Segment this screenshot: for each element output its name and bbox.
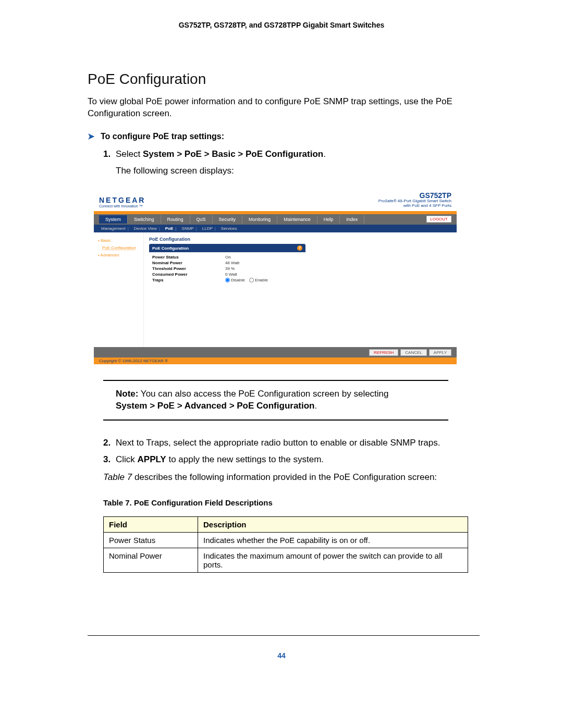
info-icon[interactable]: ? xyxy=(297,245,302,251)
step-number: 3. xyxy=(103,453,111,466)
row-nominal-power: Nominal Power 46 Watt xyxy=(149,260,305,266)
cancel-button[interactable]: CANCEL xyxy=(400,349,426,356)
screenshot-copyright: Copyright © 1996-2012 NETGEAR ® xyxy=(94,357,457,364)
traps-value: Disable Enable xyxy=(225,278,271,283)
refresh-button[interactable]: REFRESH xyxy=(369,349,398,356)
brand-tagline: Connect with Innovation ™ xyxy=(99,204,145,208)
nominal-power-value: 46 Watt xyxy=(225,261,239,265)
row-threshold-power: Threshold Power 39 % xyxy=(149,266,305,272)
step-2: 2. Next to Traps, select the appropriate… xyxy=(103,436,480,450)
traps-enable-radio[interactable]: Enable xyxy=(249,278,268,282)
row-traps: Traps Disable Enable xyxy=(149,277,305,284)
power-status-value: On xyxy=(225,255,231,260)
tab-routing[interactable]: Routing xyxy=(161,215,190,224)
th-field: Field xyxy=(104,516,198,532)
table-ref-rest: describes the following information prov… xyxy=(132,472,437,482)
step-text-bold: APPLY xyxy=(138,454,166,464)
logout-button[interactable]: LOGOUT xyxy=(426,216,451,223)
radio-disable[interactable] xyxy=(225,278,230,282)
procedure-heading-text: To configure PoE trap settings: xyxy=(101,132,224,141)
step-text-bold: System > PoE > Basic > PoE Configuration xyxy=(143,149,323,159)
intro-paragraph: To view global PoE power information and… xyxy=(88,96,480,120)
sidebar-item-advanced[interactable]: • Advanced xyxy=(94,251,143,259)
subtab-snmp[interactable]: SNMP xyxy=(180,226,199,231)
threshold-power-value: 39 % xyxy=(225,266,235,271)
subtab-services[interactable]: Services xyxy=(219,226,239,231)
table-header-row: Field Description xyxy=(104,516,468,532)
poe-config-panel: PoE Configuration ? Power Status On Nomi… xyxy=(149,244,305,286)
step-text-prefix: Click xyxy=(116,454,138,464)
table-caption: Table 7. PoE Configuration Field Descrip… xyxy=(103,498,480,507)
subtab-device-view[interactable]: Device View xyxy=(132,226,162,231)
model-number: GS752TP xyxy=(378,192,451,200)
td-description: Indicates the maximum amount of power th… xyxy=(198,548,468,572)
sidebar-item-poe-config[interactable]: PoE Configuration xyxy=(94,244,143,251)
note-rule-bottom xyxy=(103,419,448,421)
nominal-power-label: Nominal Power xyxy=(152,261,225,265)
note-line1: You can also access the PoE Configuratio… xyxy=(138,389,388,399)
screenshot-header: NETGEAR Connect with Innovation ™ GS752T… xyxy=(94,188,457,211)
main-tabs: System Switching Routing QoS Security Mo… xyxy=(94,214,457,225)
th-description: Description xyxy=(198,516,468,532)
consumed-power-label: Consumed Power xyxy=(152,272,225,277)
note-line2-suffix: . xyxy=(315,401,317,411)
field-description-table: Field Description Power Status Indicates… xyxy=(103,516,468,573)
note-prefix: Note: xyxy=(116,389,138,399)
step-3: 3. Click APPLY to apply the new settings… xyxy=(103,453,480,466)
tab-monitoring[interactable]: Monitoring xyxy=(242,215,277,224)
tab-qos[interactable]: QoS xyxy=(190,215,213,224)
sidebar: • Basic PoE Configuration • Advanced xyxy=(94,232,144,347)
apply-button[interactable]: APPLY xyxy=(429,349,451,356)
tab-security[interactable]: Security xyxy=(213,215,243,224)
traps-disable-radio[interactable]: Disable xyxy=(225,278,245,282)
arrow-icon: ➤ xyxy=(88,131,94,141)
subtab-lldp[interactable]: LLDP xyxy=(200,226,218,231)
table-row: Power Status Indicates whether the PoE c… xyxy=(104,532,468,548)
screenshot-body: • Basic PoE Configuration • Advanced PoE… xyxy=(94,232,457,347)
sidebar-item-basic[interactable]: • Basic xyxy=(94,237,143,244)
tab-switching[interactable]: Switching xyxy=(128,215,161,224)
model-line2: with PoE and 4 SFP Ports xyxy=(378,204,451,208)
screenshot: NETGEAR Connect with Innovation ™ GS752T… xyxy=(94,188,457,364)
sidebar-advanced-label: Advanced xyxy=(101,253,119,257)
screenshot-footer-bar: REFRESH CANCEL APPLY xyxy=(94,347,457,357)
traps-label: Traps xyxy=(152,278,225,283)
table-reference: Table 7 describes the following informat… xyxy=(103,472,480,483)
main-panel-area: PoE Configuration PoE Configuration ? Po… xyxy=(144,232,457,347)
model-info: GS752TP ProSafe® 48-Port Gigabit Smart S… xyxy=(378,192,451,208)
step-text-suffix: . xyxy=(323,149,326,159)
sidebar-basic-label: Basic xyxy=(101,238,111,243)
sub-tabs: Management Device View PoE SNMP LLDP Ser… xyxy=(94,225,457,232)
td-description: Indicates whether the PoE capability is … xyxy=(198,532,468,548)
enable-label: Enable xyxy=(255,278,268,282)
netgear-logo: NETGEAR xyxy=(99,196,145,204)
content-area: PoE Configuration To view global PoE pow… xyxy=(0,71,563,573)
radio-enable[interactable] xyxy=(249,278,254,282)
tab-help[interactable]: Help xyxy=(317,215,340,224)
steps-list: 1. Select System > PoE > Basic > PoE Con… xyxy=(103,147,480,178)
step-subtext: The following screen displays: xyxy=(116,164,480,178)
tab-system[interactable]: System xyxy=(99,215,128,224)
panel-title: PoE Configuration xyxy=(149,237,451,242)
td-field: Nominal Power xyxy=(104,548,198,572)
note-text: Note: You can also access the PoE Config… xyxy=(103,388,448,412)
power-status-label: Power Status xyxy=(152,255,225,260)
row-power-status: Power Status On xyxy=(149,254,305,260)
subtab-management[interactable]: Management xyxy=(99,226,131,231)
tab-maintenance[interactable]: Maintenance xyxy=(277,215,317,224)
document-header: GS752TP, GS728TP, and GS728TPP Gigabit S… xyxy=(0,21,563,29)
brand-block: NETGEAR Connect with Innovation ™ xyxy=(99,196,145,208)
page-number: 44 xyxy=(0,651,563,660)
step-number: 1. xyxy=(103,147,111,161)
note-block: Note: You can also access the PoE Config… xyxy=(103,380,448,421)
procedure-heading: ➤ To configure PoE trap settings: xyxy=(88,131,480,141)
consumed-power-value: 0 Watt xyxy=(225,272,237,277)
tab-index[interactable]: Index xyxy=(340,215,364,224)
step-text-suffix: to apply the new settings to the system. xyxy=(166,454,324,464)
table-ref-italic: Table 7 xyxy=(103,472,132,482)
step-number: 2. xyxy=(103,436,111,450)
footer-rule xyxy=(88,635,480,636)
panel-header: PoE Configuration ? xyxy=(149,244,305,252)
table-row: Nominal Power Indicates the maximum amou… xyxy=(104,548,468,572)
subtab-poe[interactable]: PoE xyxy=(163,226,179,231)
